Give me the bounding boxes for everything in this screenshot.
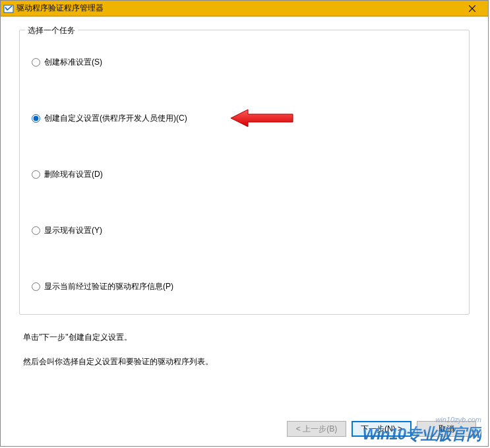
radio-input-create-standard[interactable]	[32, 58, 40, 67]
radio-label[interactable]: 创建自定义设置(供程序开发人员使用)(C)	[44, 113, 187, 124]
radio-label[interactable]: 显示现有设置(Y)	[44, 225, 102, 236]
fieldset-legend: 选择一个任务	[25, 25, 78, 36]
radio-input-display-verified[interactable]	[32, 282, 40, 291]
instructions: 单击"下一步"创建自定义设置。 然后会叫你选择自定义设置和要验证的驱动程序列表。	[19, 332, 470, 368]
radio-input-create-custom[interactable]	[32, 114, 40, 123]
task-fieldset: 选择一个任务 创建标准设置(S) 创建自定义设置(供程序开发人员使用)(C)	[19, 30, 470, 315]
radio-option-delete[interactable]: 删除现有设置(D)	[32, 169, 457, 180]
radio-input-delete[interactable]	[32, 170, 40, 179]
instruction-line-1: 单击"下一步"创建自定义设置。	[23, 332, 470, 343]
cancel-button[interactable]: 取消	[417, 421, 476, 437]
radio-input-display-existing[interactable]	[32, 226, 40, 235]
radio-label[interactable]: 创建标准设置(S)	[44, 57, 102, 68]
radio-label[interactable]: 显示当前经过验证的驱动程序信息(P)	[44, 281, 173, 292]
button-bar: < 上一步(B) 下一步(N) > 取消	[287, 421, 476, 437]
radio-option-create-standard[interactable]: 创建标准设置(S)	[32, 57, 457, 68]
svg-marker-3	[231, 110, 293, 127]
window-title: 驱动程序验证程序管理器	[16, 3, 459, 14]
radio-option-display-verified[interactable]: 显示当前经过验证的驱动程序信息(P)	[32, 281, 457, 292]
content-area: 选择一个任务 创建标准设置(S) 创建自定义设置(供程序开发人员使用)(C)	[1, 16, 488, 368]
next-button[interactable]: 下一步(N) >	[352, 421, 412, 437]
back-button: < 上一步(B)	[287, 421, 346, 437]
app-icon	[3, 3, 14, 14]
close-button[interactable]	[459, 1, 485, 16]
radio-option-display-existing[interactable]: 显示现有设置(Y)	[32, 225, 457, 236]
arrow-indicator-icon	[230, 108, 295, 131]
close-icon	[469, 5, 475, 12]
instruction-line-2: 然后会叫你选择自定义设置和要验证的驱动程序列表。	[23, 356, 470, 368]
dialog-window: 驱动程序验证程序管理器 选择一个任务 创建标准设置(S) 创建自定义设置(供程序…	[0, 0, 489, 447]
radio-label[interactable]: 删除现有设置(D)	[44, 169, 103, 180]
titlebar: 驱动程序验证程序管理器	[1, 1, 488, 16]
radio-option-create-custom[interactable]: 创建自定义设置(供程序开发人员使用)(C)	[32, 113, 457, 124]
